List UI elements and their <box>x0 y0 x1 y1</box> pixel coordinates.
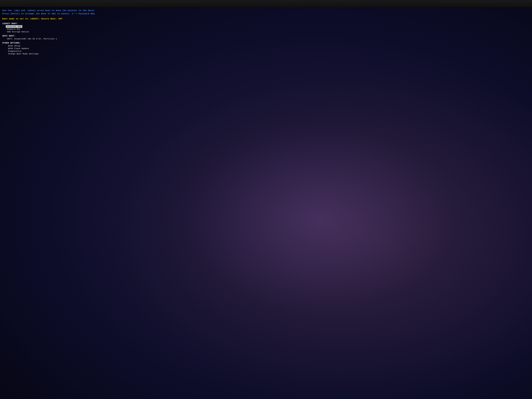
boot-item-internal-hdd[interactable]: Internal HDD <box>6 25 22 28</box>
boot-item-usb-storage[interactable]: USB Storage Device <box>2 31 530 33</box>
other-item-bios-flash-update[interactable]: BIOS Flash Update <box>2 47 530 50</box>
bios-content: Use the ↑(Up) and ↓(Down) arrow keys to … <box>0 7 532 399</box>
bios-screen: Use the ↑(Up) and ↓(Down) arrow keys to … <box>0 0 532 399</box>
boot-mode-status: Boot mode is set to: LEGACY; Secure Boot… <box>2 18 530 20</box>
legacy-boot-header: LEGACY BOOT: <box>2 22 530 25</box>
other-item-change-boot-mode[interactable]: Change Boot Mode Settings <box>2 52 530 55</box>
uefi-boot-header: UEFI BOOT: <box>2 35 530 37</box>
boot-item-uefi-kingston[interactable]: UEFI: KingstonDT 101 G2 8.07, Partition … <box>2 38 530 40</box>
boot-item-onboard-nic[interactable]: Onboard NIC <box>2 28 530 31</box>
other-item-diagnostics[interactable]: Diagnostics <box>2 50 530 52</box>
bezel-top <box>0 0 532 7</box>
other-item-bios-setup[interactable]: BIOS Setup <box>2 44 530 47</box>
instruction-line-2: Press [Enter] to attempt the boot or ESC… <box>2 12 530 15</box>
other-options-header: OTHER OPTIONS: <box>2 42 530 44</box>
instruction-line-1: Use the ↑(Up) and ↓(Down) arrow keys to … <box>2 9 530 12</box>
